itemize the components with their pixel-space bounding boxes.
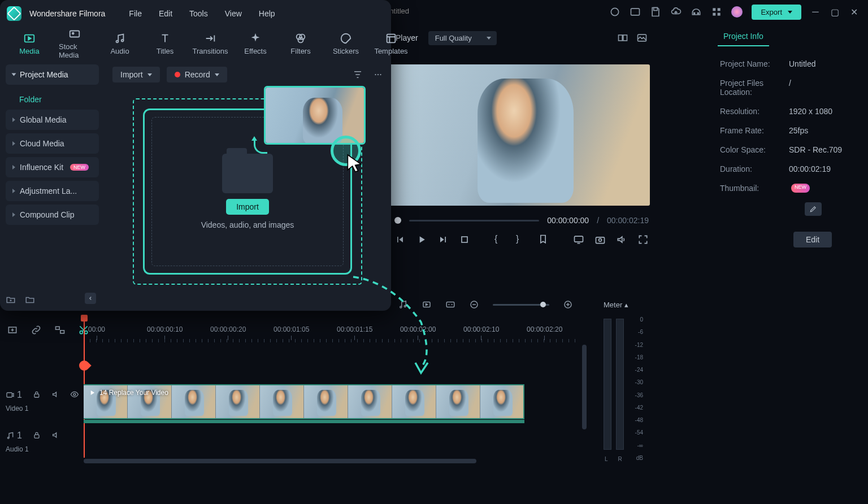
sidebar-project-media[interactable]: Project Media	[6, 64, 99, 85]
menu-file[interactable]: File	[122, 7, 149, 20]
menu-view[interactable]: View	[218, 7, 249, 20]
menu-tools[interactable]: Tools	[183, 7, 215, 20]
layout-icon[interactable]	[630, 6, 641, 18]
minimize-icon[interactable]: ─	[810, 7, 821, 17]
user-avatar[interactable]	[731, 6, 743, 18]
svg-point-14	[298, 37, 303, 42]
lock-icon[interactable]	[32, 390, 41, 399]
audio-track-head: 1 Audio 1	[6, 431, 79, 453]
lock-icon[interactable]	[32, 431, 41, 440]
new-folder-icon[interactable]	[6, 295, 16, 305]
video-icon	[6, 390, 15, 399]
tab-templates[interactable]: Templates	[375, 32, 407, 55]
svg-rect-23	[575, 236, 583, 242]
import-dropdown[interactable]: Import	[112, 67, 160, 82]
scrub-handle[interactable]	[394, 217, 401, 224]
svg-rect-37	[7, 393, 12, 397]
filter-icon[interactable]	[353, 69, 363, 80]
mark-out-icon[interactable]: }	[516, 234, 527, 245]
proj-fr-label: Frame Rate:	[720, 126, 789, 135]
zoom-out-icon[interactable]	[469, 299, 479, 310]
timeline-h-scrollbar[interactable]	[84, 459, 476, 463]
mark-in-icon[interactable]: {	[494, 234, 506, 245]
fullscreen-icon[interactable]	[637, 234, 649, 245]
render-icon[interactable]	[422, 299, 432, 310]
sidebar-folder[interactable]: Folder	[6, 89, 99, 110]
support-icon[interactable]	[691, 6, 702, 18]
display-icon[interactable]	[573, 234, 584, 245]
zoom-slider[interactable]	[493, 304, 549, 306]
svg-point-39	[73, 393, 76, 396]
tab-audio[interactable]: Audio	[104, 32, 136, 55]
playhead-marker[interactable]	[77, 358, 91, 372]
sidebar-cloud-media[interactable]: Cloud Media	[6, 133, 99, 154]
audio-meter-label[interactable]: Meter ▴	[604, 301, 628, 309]
visibility-icon[interactable]	[70, 390, 79, 399]
play-icon[interactable]	[416, 234, 427, 245]
svg-rect-41	[34, 435, 39, 438]
volume-icon[interactable]	[616, 234, 627, 245]
tab-stickers[interactable]: Stickers	[330, 32, 362, 55]
audio-track-label: Audio 1	[6, 445, 79, 453]
image-icon[interactable]	[636, 32, 648, 44]
apps-icon[interactable]	[711, 6, 722, 18]
maximize-icon[interactable]: ▢	[830, 7, 840, 17]
compare-view-icon[interactable]	[617, 32, 628, 44]
step-forward-icon[interactable]	[437, 234, 449, 245]
tab-templates-label: Templates	[374, 47, 407, 55]
marker-icon[interactable]	[537, 234, 549, 245]
project-info-title[interactable]: Project Info	[718, 28, 769, 46]
tab-media[interactable]: Media	[14, 32, 45, 55]
group-icon[interactable]	[54, 324, 66, 336]
music-icon[interactable]	[398, 299, 408, 310]
tab-effects[interactable]: Effects	[240, 32, 271, 55]
svg-rect-19	[619, 35, 623, 41]
zoom-in-icon[interactable]	[563, 299, 573, 310]
add-track-icon[interactable]	[7, 324, 18, 336]
edit-project-button[interactable]: Edit	[793, 232, 832, 247]
folder-icon[interactable]	[25, 295, 35, 305]
new-badge: NEW	[70, 164, 89, 171]
menu-edit[interactable]: Edit	[152, 7, 179, 20]
menu-help[interactable]: Help	[252, 7, 282, 20]
cloud-upload-icon[interactable]	[670, 6, 682, 18]
total-timecode: 00:00:02:19	[607, 216, 649, 225]
video-clip[interactable]: 14 Replace Your Video	[84, 384, 524, 419]
thumbnail-edit-icon[interactable]	[805, 202, 822, 216]
caption-icon[interactable]	[445, 299, 455, 310]
tab-filters[interactable]: Filters	[285, 32, 316, 55]
save-icon[interactable]	[650, 6, 661, 18]
quality-select[interactable]: Full Quality	[428, 31, 497, 45]
collapse-sidebar-icon[interactable]	[85, 293, 96, 304]
scrub-track[interactable]	[409, 220, 539, 221]
tab-transitions[interactable]: Transitions	[194, 32, 226, 55]
svg-rect-24	[596, 237, 605, 244]
more-icon[interactable]	[373, 69, 383, 80]
svg-point-11	[121, 39, 124, 41]
link-icon[interactable]	[31, 324, 42, 336]
snapshot-icon[interactable]	[594, 234, 606, 245]
sidebar-adjustment-layer[interactable]: Adjustment La...	[6, 181, 99, 201]
mute-icon[interactable]	[51, 390, 60, 399]
project-info-panel: Project Info Project Name:Untitled Proje…	[712, 28, 868, 288]
sidebar-influence-kit[interactable]: Influence KitNEW	[6, 157, 99, 177]
svg-point-40	[7, 437, 9, 439]
timeline-ruler[interactable]: 00:00 00:00:00:10 00:00:00:20 00:00:01:0…	[84, 325, 588, 348]
tab-effects-label: Effects	[244, 47, 267, 55]
timeline-v-scrollbar[interactable]	[582, 345, 587, 429]
record-dropdown[interactable]: Record	[167, 67, 227, 82]
close-icon[interactable]: ✕	[849, 7, 859, 17]
step-back-icon[interactable]	[394, 234, 406, 245]
preview-video[interactable]	[389, 64, 650, 206]
proj-res-label: Resolution:	[720, 107, 789, 116]
mute-icon[interactable]	[51, 431, 60, 440]
sidebar-global-media[interactable]: Global Media	[6, 110, 99, 130]
proj-fr-value: 25fps	[789, 126, 808, 135]
export-button[interactable]: Export	[752, 5, 801, 20]
tab-stock-media[interactable]: Stock Media	[59, 28, 90, 59]
timeline-toolbar	[390, 294, 581, 315]
tab-titles[interactable]: Titles	[149, 32, 181, 55]
sidebar-compound-clip[interactable]: Compound Clip	[6, 205, 99, 225]
stop-icon[interactable]	[459, 234, 470, 245]
import-button[interactable]: Import	[226, 199, 269, 215]
